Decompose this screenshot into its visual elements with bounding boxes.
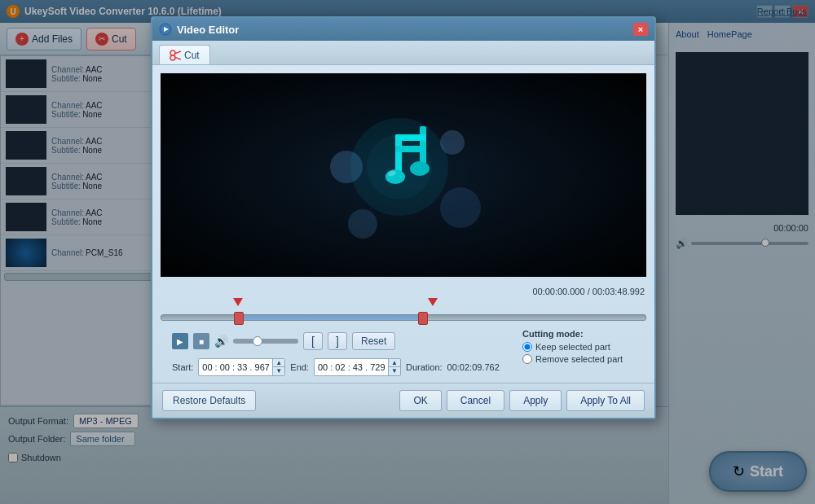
scrubber-right-handle[interactable]: [418, 312, 428, 325]
scrubber-arrows: [161, 298, 646, 311]
volume-slider-player[interactable]: [233, 339, 298, 344]
start-time-field[interactable]: [199, 361, 272, 374]
remove-selected-row[interactable]: Remove selected part: [522, 354, 645, 364]
video-content: [161, 73, 646, 277]
keep-selected-row[interactable]: Keep selected part: [522, 342, 645, 352]
start-time-up[interactable]: ▲: [273, 359, 284, 367]
play-button[interactable]: ▶: [172, 333, 188, 349]
timecode-bar: 00:00:00.000 / 00:03:48.992: [152, 285, 654, 298]
music-notes-graphic: [322, 102, 485, 248]
end-time-down[interactable]: ▼: [389, 367, 400, 375]
remove-selected-radio[interactable]: [522, 354, 532, 364]
svg-point-8: [440, 187, 481, 228]
svg-point-2: [170, 50, 175, 55]
stop-button[interactable]: ■: [193, 333, 209, 349]
scrubber-track[interactable]: [161, 314, 646, 321]
duration-label: Duration:: [406, 362, 443, 372]
start-time-spinner: ▲ ▼: [272, 359, 284, 375]
dialog-action-buttons: OK Cancel Apply Apply To All: [399, 390, 645, 411]
time-inputs: Start: ▲ ▼ End: ▲ ▼: [162, 355, 509, 379]
volume-icon-player: 🔊: [214, 335, 228, 348]
cutting-mode-label: Cutting mode:: [522, 329, 645, 339]
ok-button[interactable]: OK: [399, 390, 441, 411]
video-editor-dialog: Video Editor × Cut: [151, 16, 656, 419]
dialog-tabs: Cut: [152, 41, 654, 65]
start-time-down[interactable]: ▼: [273, 367, 284, 375]
reset-button[interactable]: Reset: [352, 332, 395, 350]
end-time-up[interactable]: ▲: [389, 359, 400, 367]
timecode-text: 00:00:00.000 / 00:03:48.992: [532, 287, 645, 296]
video-editor-icon: [159, 23, 172, 36]
apply-to-all-button[interactable]: Apply To All: [566, 390, 645, 411]
dialog-bottom: Restore Defaults OK Cancel Apply Apply T…: [152, 383, 654, 418]
dialog-close-button[interactable]: ×: [633, 23, 648, 36]
dialog-title: Video Editor: [177, 24, 633, 36]
cutting-mode-panel: Cutting mode: Keep selected part Remove …: [522, 327, 645, 366]
right-scrubber-arrow: [428, 298, 438, 306]
start-time-input[interactable]: ▲ ▼: [198, 358, 285, 376]
scrubber-left-handle[interactable]: [234, 312, 244, 325]
remove-selected-label: Remove selected part: [535, 354, 623, 364]
duration-value: 00:02:09.762: [447, 362, 500, 372]
end-time-field[interactable]: [315, 361, 388, 374]
start-label: Start:: [172, 362, 193, 372]
dialog-overlay: Video Editor × Cut: [0, 0, 815, 504]
video-preview: [161, 73, 646, 277]
cancel-button[interactable]: Cancel: [447, 390, 504, 411]
svg-point-3: [170, 55, 175, 60]
end-time-spinner: ▲ ▼: [388, 359, 400, 375]
tab-cut-label: Cut: [184, 50, 200, 61]
svg-point-18: [367, 134, 432, 199]
restore-defaults-button[interactable]: Restore Defaults: [162, 390, 256, 411]
dialog-title-bar: Video Editor ×: [152, 18, 654, 41]
end-label: End:: [290, 362, 309, 372]
mark-out-button[interactable]: ]: [328, 332, 347, 350]
svg-point-9: [348, 209, 377, 239]
cut-tab-icon: [170, 50, 181, 61]
scrubber-area[interactable]: [161, 314, 646, 321]
end-time-input[interactable]: ▲ ▼: [314, 358, 401, 376]
mark-in-button[interactable]: [: [303, 332, 323, 350]
left-scrubber-arrow: [233, 298, 243, 306]
tab-cut[interactable]: Cut: [159, 45, 210, 64]
apply-button[interactable]: Apply: [509, 390, 562, 411]
scrubber-selected-range: [234, 315, 428, 320]
playback-controls: ▶ ■ 🔊 [ ] Reset: [162, 327, 509, 355]
keep-selected-label: Keep selected part: [535, 342, 610, 352]
keep-selected-radio[interactable]: [522, 342, 532, 352]
